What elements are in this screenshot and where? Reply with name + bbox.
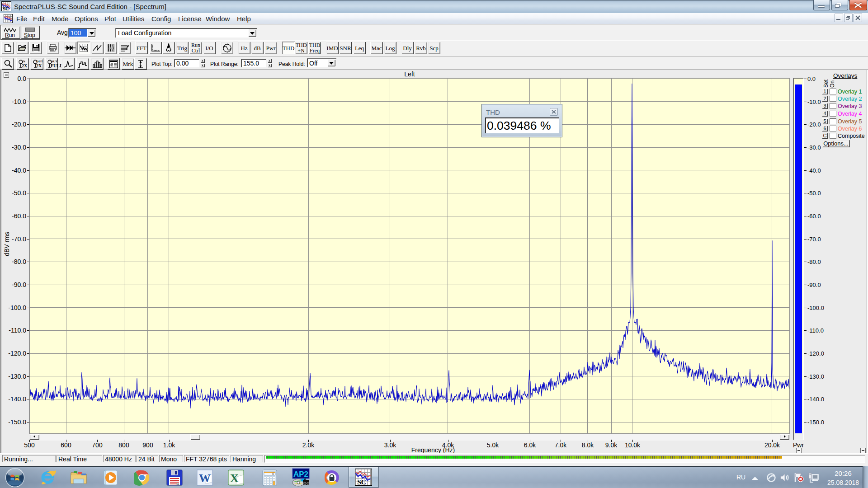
svg-text:SC: SC xyxy=(357,478,366,486)
svg-text:X: X xyxy=(230,472,239,485)
svg-text:SC: SC xyxy=(3,6,9,11)
svg-text:W: W xyxy=(199,472,211,485)
svg-text:51: 51 xyxy=(176,483,179,485)
svg-text:0: 0 xyxy=(272,472,274,475)
svg-text:AP2: AP2 xyxy=(293,470,308,479)
